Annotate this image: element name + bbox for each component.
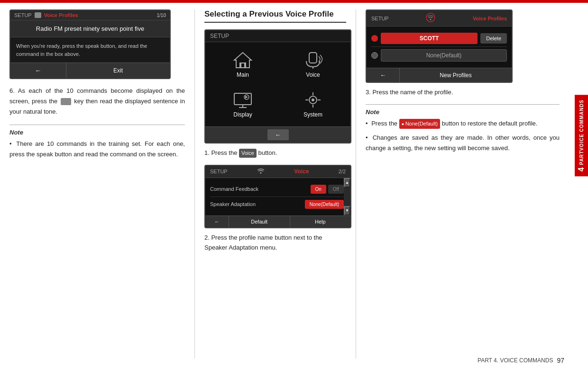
setup-screen-profiles: SETUP Voice Profiles SCOTT Delete bbox=[366, 9, 513, 83]
profile-row-scott: SCOTT Delete bbox=[371, 30, 507, 47]
scott-profile-dot bbox=[371, 35, 378, 42]
menu-system-label: System bbox=[303, 111, 322, 118]
screen3-bottom-row: ← Default Help bbox=[205, 215, 350, 227]
screen2-setup-label: SETUP bbox=[210, 33, 229, 39]
new-profiles-button[interactable]: New Profiles bbox=[400, 68, 512, 82]
screen3-help-button[interactable]: Help bbox=[290, 216, 351, 227]
feedback-toggle-group: On Off bbox=[311, 185, 344, 194]
screen4-header: SETUP Voice Profiles bbox=[367, 10, 512, 27]
feedback-on-button[interactable]: On bbox=[311, 185, 326, 194]
none-profile-button[interactable]: None(Default) bbox=[381, 49, 507, 62]
screen3-voice-link[interactable]: Voice bbox=[294, 168, 309, 175]
screen2-back-area: ← bbox=[205, 126, 350, 143]
voice-badge: Voice bbox=[239, 149, 257, 158]
scroll-bar: ▲ ▼ bbox=[344, 178, 350, 215]
menu-voice-label: Voice bbox=[306, 72, 320, 78]
part-tab: 4 PART VOICE COMMANDS bbox=[575, 95, 588, 176]
command-feedback-label: Command Feedback bbox=[210, 186, 311, 192]
feedback-off-button[interactable]: Off bbox=[328, 185, 344, 194]
setup-screen-voice: SETUP Voice 2/2 Command Feedback On Off bbox=[204, 165, 351, 228]
screen3-settings: Command Feedback On Off Speaker Adaptati… bbox=[205, 178, 350, 215]
menu-main-label: Main bbox=[237, 72, 249, 78]
svg-rect-2 bbox=[309, 53, 317, 63]
back-arrow-icon: ← bbox=[380, 72, 386, 79]
right-column: SETUP Voice Profiles SCOTT Delete bbox=[356, 9, 569, 359]
footer: PART 4. VOICE COMMANDS 97 bbox=[478, 357, 564, 364]
speaker-adaptation-row: Speaker Adaptation None(Default) bbox=[210, 197, 344, 212]
right-note-title: Note bbox=[366, 104, 560, 116]
screen1-setup-label: SETUP bbox=[14, 12, 32, 18]
screen1-command-text: Radio FM preset ninety seven point five bbox=[36, 25, 144, 32]
step2-text: 2. Press the profile name button next to… bbox=[204, 233, 346, 253]
section-label: VOICE COMMANDS bbox=[579, 99, 584, 151]
middle-column: Selecting a Previous Voice Profile SETUP… bbox=[194, 9, 356, 359]
screen4-profiles-body: SCOTT Delete None(Default) bbox=[367, 27, 512, 68]
home-icon bbox=[232, 51, 253, 70]
svg-rect-4 bbox=[234, 93, 251, 105]
screen4-voice-profiles-link[interactable]: Voice Profiles bbox=[473, 16, 507, 21]
none-profile-dot bbox=[371, 52, 378, 59]
screen3-setup-label: SETUP bbox=[210, 169, 228, 174]
microphone-icon bbox=[35, 12, 41, 18]
menu-display-label: Display bbox=[233, 111, 252, 118]
right-note-bullet2: • Changes are saved as they are made. In… bbox=[366, 133, 560, 153]
back-arrow-icon: ← bbox=[35, 67, 42, 74]
screen1-page-num: 1/10 bbox=[157, 13, 166, 18]
speaker-profile-button[interactable]: None(Default) bbox=[305, 200, 344, 209]
screen1-command-display: Radio FM preset ninety seven point five bbox=[10, 20, 170, 37]
scroll-down-button[interactable]: ▼ bbox=[344, 206, 350, 215]
screen1-back-button[interactable]: ← bbox=[10, 63, 66, 78]
scott-delete-button[interactable]: Delete bbox=[480, 33, 507, 44]
screen1-exit-label: Exit bbox=[113, 67, 123, 74]
voice-icon bbox=[303, 51, 323, 70]
right-note-bullet1: • Press the None(Default) button to rest… bbox=[366, 118, 560, 129]
command-feedback-row: Command Feedback On Off bbox=[210, 182, 344, 197]
left-note-bullet1: • There are 10 commands in the training … bbox=[9, 139, 185, 160]
top-bar bbox=[0, 0, 588, 3]
menu-item-main[interactable]: Main bbox=[210, 47, 276, 82]
speaker-adaptation-label: Speaker Adaptation bbox=[210, 201, 305, 207]
left-note-section: Note • There are 10 commands in the trai… bbox=[9, 125, 185, 160]
section-title: Selecting a Previous Voice Profile bbox=[204, 9, 346, 23]
right-note-section: Note • Press the None(Default) button to… bbox=[366, 104, 560, 153]
screen1-button-row: ← Exit bbox=[10, 63, 170, 78]
screen4-back-button[interactable]: ← bbox=[367, 68, 400, 82]
screen2-menu-grid: Main Voice bbox=[205, 42, 350, 126]
screen2-header: SETUP bbox=[205, 30, 350, 42]
step6-text: 6. As each of the 10 commands become dis… bbox=[9, 86, 185, 117]
menu-item-system[interactable]: System bbox=[280, 87, 346, 122]
screen4-bottom: ← New Profiles bbox=[367, 68, 512, 82]
svg-point-9 bbox=[312, 99, 314, 101]
screen1-exit-button[interactable]: Exit bbox=[66, 63, 170, 78]
screen4-setup-label: SETUP bbox=[371, 16, 389, 21]
screen1-instruction: When you're ready, press the speak butto… bbox=[10, 37, 170, 63]
screen2-back-button[interactable]: ← bbox=[267, 129, 289, 140]
footer-text: PART 4. VOICE COMMANDS bbox=[478, 357, 553, 364]
wifi-circle-icon bbox=[426, 13, 435, 24]
screen1-header: SETUP Voice Profiles 1/10 bbox=[10, 10, 170, 20]
footer-page-number: 97 bbox=[557, 357, 564, 364]
screen1-instruction-text: When you're ready, press the speak butto… bbox=[16, 43, 147, 57]
svg-point-14 bbox=[260, 172, 261, 173]
step1-text: 1. Press the Voice button. bbox=[204, 148, 346, 158]
menu-item-display[interactable]: Display bbox=[210, 87, 276, 122]
mic-button-icon bbox=[61, 98, 71, 105]
svg-marker-0 bbox=[234, 53, 251, 68]
part-number: 4 bbox=[577, 167, 586, 171]
setup-screen-main: SETUP Main bbox=[204, 29, 351, 144]
screen3-header: SETUP Voice 2/2 bbox=[205, 166, 350, 178]
left-column: SETUP Voice Profiles 1/10 Radio FM prese… bbox=[9, 9, 194, 359]
scott-profile-button[interactable]: SCOTT bbox=[381, 33, 478, 44]
menu-item-voice[interactable]: Voice bbox=[280, 47, 346, 82]
setup-screen-training: SETUP Voice Profiles 1/10 Radio FM prese… bbox=[9, 9, 171, 79]
screen3-back-button[interactable]: ← bbox=[205, 216, 229, 227]
scroll-up-button[interactable]: ▲ bbox=[344, 178, 350, 188]
system-icon bbox=[303, 90, 323, 109]
screen1-voice-profiles-link[interactable]: Voice Profiles bbox=[44, 12, 78, 18]
screen3-body: Command Feedback On Off Speaker Adaptati… bbox=[205, 178, 350, 215]
left-note-title: Note bbox=[9, 129, 185, 136]
screen3-default-button[interactable]: Default bbox=[229, 216, 290, 227]
none-default-badge: None(Default) bbox=[399, 119, 440, 129]
svg-point-15 bbox=[426, 13, 435, 22]
profile-row-none: None(Default) bbox=[371, 47, 507, 64]
